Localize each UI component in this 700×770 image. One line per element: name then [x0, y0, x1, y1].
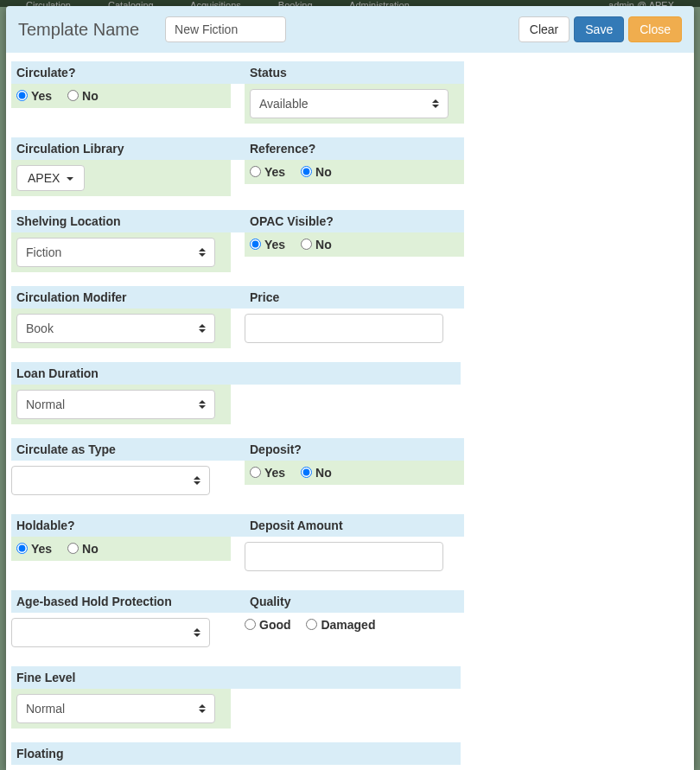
floating-label: Floating — [11, 742, 461, 765]
circ-library-dropdown[interactable]: APEX — [16, 165, 85, 191]
circulate-no-radio[interactable] — [67, 90, 79, 101]
deposit-yes-radio[interactable] — [250, 467, 261, 478]
deposit-label: Deposit? — [245, 438, 464, 461]
quality-label: Quality — [245, 590, 464, 613]
deposit-no-radio[interactable] — [301, 467, 312, 478]
price-label: Price — [245, 286, 464, 309]
clear-button[interactable]: Clear — [519, 16, 570, 42]
caret-icon — [67, 177, 73, 181]
quality-damaged-radio[interactable] — [306, 619, 317, 630]
circulate-yes-radio[interactable] — [16, 90, 28, 101]
holdable-yes-radio[interactable] — [16, 543, 28, 554]
deposit-amount-input[interactable] — [245, 542, 443, 571]
opac-label: OPAC Visible? — [245, 210, 464, 232]
fine-level-label: Fine Level — [11, 666, 461, 689]
quality-good-radio[interactable] — [245, 619, 256, 630]
reference-label: Reference? — [245, 137, 464, 160]
circ-as-type-select[interactable] — [11, 466, 210, 495]
shelving-select[interactable]: Fiction — [16, 238, 215, 267]
circ-modifier-select[interactable]: Book — [16, 314, 215, 343]
opac-yes-radio[interactable] — [250, 239, 261, 250]
opac-no-radio[interactable] — [301, 239, 312, 250]
reference-yes-radio[interactable] — [250, 166, 261, 177]
status-select[interactable]: Available — [250, 89, 449, 118]
close-button[interactable]: Close — [628, 16, 682, 42]
reference-no-radio[interactable] — [301, 166, 312, 177]
age-hold-select[interactable] — [11, 618, 210, 647]
panel-title: Template Name — [18, 20, 139, 40]
loan-duration-select[interactable]: Normal — [16, 390, 215, 419]
loan-duration-label: Loan Duration — [11, 362, 461, 385]
panel-header: Template Name Clear Save Close — [6, 6, 694, 53]
save-button[interactable]: Save — [574, 16, 624, 42]
status-label: Status — [245, 61, 464, 84]
deposit-amount-label: Deposit Amount — [245, 514, 464, 537]
template-editor-panel: Template Name Clear Save Close Circulate… — [6, 6, 694, 770]
holdable-no-radio[interactable] — [67, 543, 79, 554]
fine-level-select[interactable]: Normal — [16, 694, 215, 723]
template-name-input[interactable] — [165, 16, 286, 42]
price-input[interactable] — [245, 314, 443, 343]
circulate-value: Yes No — [11, 84, 231, 108]
